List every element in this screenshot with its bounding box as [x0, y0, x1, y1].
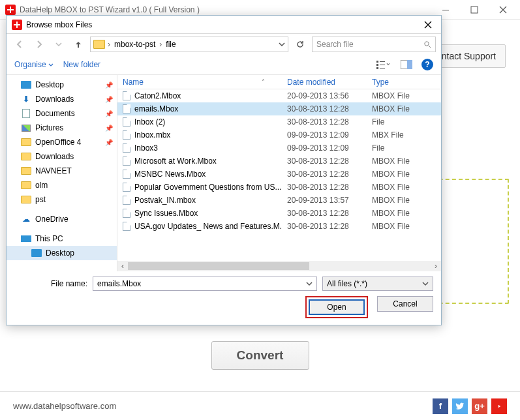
file-row[interactable]: Inbox309-09-2013 12:09File [117, 142, 441, 155]
file-date: 09-09-2013 12:09 [282, 130, 367, 140]
file-date: 20-09-2013 13:57 [282, 196, 367, 205]
tree-item-label: pst [35, 195, 46, 204]
twitter-icon[interactable] [452, 398, 468, 414]
file-name: Inbox (2) [134, 117, 165, 127]
youtube-icon[interactable] [491, 398, 507, 414]
nav-up-button[interactable] [70, 37, 86, 52]
svg-rect-8 [380, 68, 385, 68]
dialog-titlebar: Browse mbox Files [7, 16, 441, 34]
googleplus-icon[interactable]: g+ [472, 398, 487, 414]
file-row[interactable]: USA.gov Updates_ News and Features.M...3… [117, 220, 441, 233]
open-button[interactable]: Open [309, 299, 365, 315]
file-row[interactable]: Inbox.mbx09-09-2013 12:09MBX File [117, 128, 441, 142]
file-name: MSNBC News.Mbox [134, 170, 206, 179]
scrollbar-thumb[interactable] [128, 262, 309, 270]
svg-rect-3 [376, 61, 378, 63]
chevron-down-icon[interactable] [422, 280, 429, 287]
file-row[interactable]: emails.Mbox30-08-2013 12:28MBOX File [117, 102, 441, 115]
tree-item[interactable]: ☁OneDrive [7, 212, 117, 226]
column-name[interactable]: Name˄ [117, 78, 282, 87]
file-name-input[interactable]: emails.Mbox [93, 277, 317, 291]
desktop-icon [21, 81, 31, 89]
address-dropdown[interactable] [279, 41, 285, 48]
dialog-footer: File name: emails.Mbox All files (*.*) O… [7, 271, 441, 325]
pin-icon: 📌 [105, 110, 113, 117]
preview-pane-button[interactable] [398, 57, 415, 72]
app-icon [5, 5, 16, 15]
footer: www.datahelpsoftware.com f g+ [0, 391, 520, 420]
file-name: Inbox.mbx [134, 130, 170, 140]
pin-icon: 📌 [105, 139, 113, 146]
tree-item-label: OneDrive [35, 215, 69, 224]
file-row[interactable]: Caton2.Mbox20-09-2013 13:56MBOX File [117, 89, 441, 102]
breadcrumb-segment[interactable]: mbox-to-pst [113, 40, 157, 49]
nav-back-button[interactable] [12, 37, 27, 52]
file-date: 30-08-2013 12:28 [282, 183, 367, 192]
file-row[interactable]: Postvak_IN.mbox20-09-2013 13:57MBOX File [117, 194, 441, 207]
nav-recent-dropdown[interactable] [51, 37, 67, 52]
file-row[interactable]: Inbox (2)30-08-2013 12:28File [117, 115, 441, 128]
file-row[interactable]: Sync Issues.Mbox30-08-2013 12:28MBOX Fil… [117, 207, 441, 220]
maximize-button[interactable] [460, 1, 489, 19]
file-date: 09-09-2013 12:09 [282, 143, 367, 153]
file-row[interactable]: MSNBC News.Mbox30-08-2013 12:28MBOX File [117, 168, 441, 181]
address-bar[interactable]: › mbox-to-pst › file [90, 37, 288, 52]
column-date[interactable]: Date modified [282, 78, 367, 87]
search-placeholder: Search file [316, 40, 354, 49]
facebook-icon[interactable]: f [433, 398, 448, 414]
file-type: MBOX File [367, 196, 441, 205]
folder-tree[interactable]: Desktop📌⬇Downloads📌Documents📌Pictures📌Op… [7, 75, 117, 271]
search-icon [423, 40, 431, 48]
tree-item[interactable]: Pictures📌 [7, 121, 117, 135]
file-list[interactable]: Caton2.Mbox20-09-2013 13:56MBOX Fileemai… [117, 89, 441, 261]
file-row[interactable]: Microsoft at Work.Mbox30-08-2013 12:28MB… [117, 155, 441, 168]
nav-forward-button[interactable] [31, 37, 47, 52]
dialog-navbar: › mbox-to-pst › file Search file [7, 34, 441, 55]
chevron-right-icon: › [159, 40, 162, 49]
chevron-right-icon: › [108, 40, 110, 49]
tree-item[interactable]: NAVNEET [7, 164, 117, 178]
tree-item[interactable]: OpenOffice 4📌 [7, 135, 117, 149]
view-mode-button[interactable] [375, 57, 391, 72]
close-button[interactable] [489, 1, 517, 19]
search-input[interactable]: Search file [312, 37, 436, 52]
tree-item[interactable]: Desktop📌 [7, 78, 117, 92]
tree-item[interactable]: pst [7, 192, 117, 207]
file-icon [123, 209, 130, 218]
dialog-close-button[interactable] [419, 18, 437, 32]
organise-menu[interactable]: Organise [14, 60, 54, 69]
file-type: MBOX File [367, 104, 441, 113]
tree-item[interactable]: This PC [7, 232, 117, 246]
help-button[interactable]: ? [421, 59, 433, 70]
list-header: Name˄ Date modified Type [117, 75, 441, 89]
scroll-left-button[interactable]: ‹ [117, 261, 128, 271]
tree-item[interactable]: Downloads [7, 149, 117, 164]
tree-item[interactable]: olm [7, 178, 117, 192]
app-title: DataHelp MBOX to PST Wizard v1.0 ( Full … [20, 5, 431, 14]
horizontal-scrollbar[interactable]: ‹ › [117, 261, 441, 271]
folder-icon [21, 138, 31, 146]
file-icon [123, 222, 130, 231]
cancel-button[interactable]: Cancel [377, 296, 433, 312]
new-folder-button[interactable]: New folder [63, 60, 100, 69]
file-type-filter[interactable]: All files (*.*) [322, 277, 433, 291]
file-icon [123, 143, 130, 153]
folder-icon [93, 40, 105, 49]
file-date: 30-08-2013 12:28 [282, 222, 367, 231]
breadcrumb-segment[interactable]: file [164, 40, 177, 49]
tree-item[interactable]: Desktop [7, 246, 117, 260]
svg-rect-5 [376, 67, 378, 69]
dialog-icon [12, 20, 22, 30]
tree-item[interactable]: Documents📌 [7, 106, 117, 121]
scroll-right-button[interactable]: › [431, 261, 441, 271]
file-row[interactable]: Popular Government Questions from US...3… [117, 181, 441, 194]
file-name: emails.Mbox [134, 104, 178, 113]
refresh-button[interactable] [292, 37, 308, 52]
tree-item[interactable]: ⬇Downloads📌 [7, 92, 117, 106]
file-open-dialog: Browse mbox Files › mbox-to-pst › file S… [6, 15, 442, 325]
convert-button[interactable]: Convert [211, 341, 309, 370]
chevron-down-icon[interactable] [306, 280, 313, 287]
column-type[interactable]: Type [367, 78, 441, 87]
file-name: Microsoft at Work.Mbox [134, 157, 217, 166]
file-icon [123, 91, 130, 100]
